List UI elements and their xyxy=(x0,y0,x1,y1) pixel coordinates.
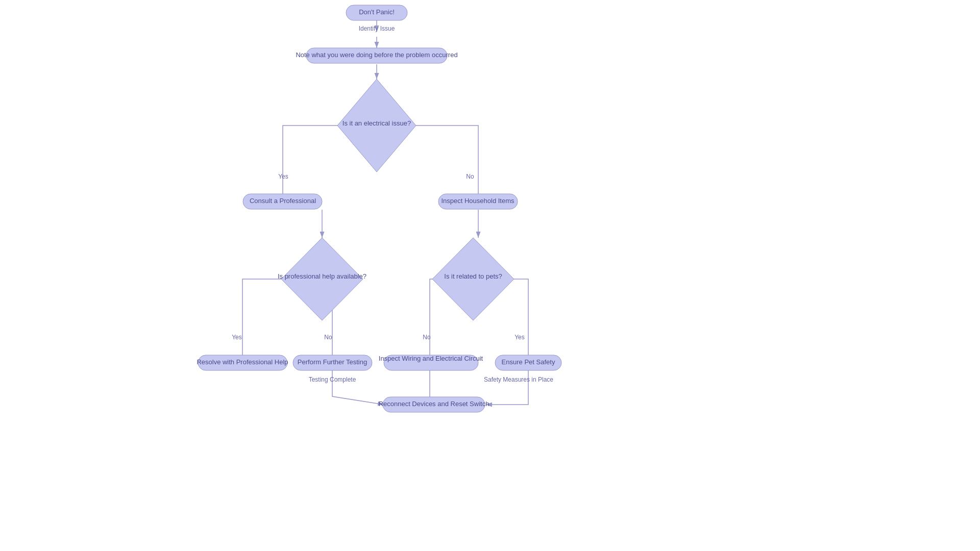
label-identify-issue: Identify Issue xyxy=(359,25,395,32)
arrow-pets-no xyxy=(430,279,443,362)
node-resolve-professional-label: Resolve with Professional Help xyxy=(197,358,288,366)
node-reconnect-label: Reconnect Devices and Reset Switch xyxy=(379,400,489,408)
label-prof-yes: Yes xyxy=(232,334,242,341)
node-electrical-issue-label: Is it an electrical issue? xyxy=(342,119,411,127)
label-pets-no: No xyxy=(423,334,431,341)
node-consult-professional-label: Consult a Professional xyxy=(250,197,316,205)
node-dont-panic-label: Don't Panic! xyxy=(359,8,395,16)
flowchart-container: Don't Panic! Identify Issue Note what yo… xyxy=(0,0,980,551)
node-ensure-pet-safety-label: Ensure Pet Safety xyxy=(502,358,555,366)
arrow-pets-yes xyxy=(504,279,528,362)
label-testing-complete: Testing Complete xyxy=(309,376,356,383)
node-note-what-label: Note what you were doing before the prob… xyxy=(296,51,457,59)
label-yes-left: Yes xyxy=(278,173,288,180)
node-perform-testing-label: Perform Further Testing xyxy=(298,358,367,366)
node-professional-help-label: Is professional help available? xyxy=(278,272,366,280)
arrow-electrical-yes xyxy=(283,126,347,202)
node-inspect-wiring-label1: Inspect Wiring and Electrical Circuit xyxy=(379,355,483,362)
arrow-prof-yes xyxy=(242,279,292,362)
label-safety-measures: Safety Measures in Place xyxy=(484,376,553,383)
label-prof-no: No xyxy=(324,334,332,341)
label-no-right: No xyxy=(466,173,474,180)
node-inspect-household-label: Inspect Household Items xyxy=(441,197,514,205)
label-pets-yes: Yes xyxy=(514,334,525,341)
arrow-electrical-no xyxy=(407,126,478,202)
node-pets-related-label: Is it related to pets? xyxy=(444,272,502,280)
